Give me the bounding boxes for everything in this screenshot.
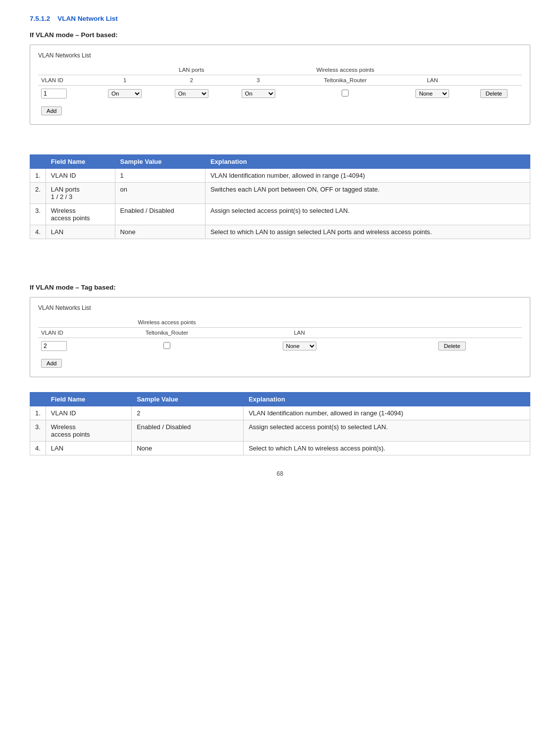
tag-based-field-row: 3. Wirelessaccess points Enabled / Disab… [30,420,530,442]
explanation: VLAN Identification number, allowed in r… [244,406,530,420]
col-sampleval-header: Sample Value [115,155,205,169]
tag-col-explanation-header: Explanation [244,393,530,406]
tag-based-box-title: VLAN Networks List [38,304,522,311]
row-num: 4. [30,225,46,239]
sample-value: None [132,442,244,455]
explanation: Select to which LAN to assign selected L… [205,225,530,239]
col-lan-header: LAN [399,75,466,86]
row-num: 2. [30,183,46,204]
tag-based-vlan-table: Wireless access points VLAN ID Teltonika… [38,317,522,370]
port-based-field-row: 3. Wirelessaccess points Enabled / Disab… [30,204,530,225]
tag-wireless-group-header: Wireless access points [117,317,216,328]
port3-select[interactable]: On Off Tagged [242,89,275,98]
col-port1-header: 1 [92,75,158,86]
field-name: VLAN ID [46,169,115,183]
tag-based-field-row: 1. VLAN ID 2 VLAN Identification number,… [30,406,530,420]
explanation: Select to which LAN to wireless access p… [244,442,530,455]
port2-select[interactable]: On Off Tagged [175,89,208,98]
delete-button[interactable]: Delete [480,89,508,98]
add-button[interactable]: Add [41,106,62,115]
tag-col-num-header [30,393,46,406]
field-name: Wirelessaccess points [46,204,115,225]
port-based-label: If VLAN mode – Port based: [30,31,530,39]
port-based-box-title: VLAN Networks List [38,52,522,59]
tag-based-data-row: None LAN Delete [38,338,522,354]
tag-based-field-table: Field Name Sample Value Explanation 1. V… [30,392,530,455]
col-port2-header: 2 [158,75,225,86]
tag-based-field-row: 4. LAN None Select to which LAN to wirel… [30,442,530,455]
sample-value: Enabled / Disabled [115,204,205,225]
col-num-header [30,155,46,169]
section-number: 7.5.1.2 [30,15,50,22]
field-name: LAN ports1 / 2 / 3 [46,183,115,204]
field-name: LAN [46,225,115,239]
tag-based-label: If VLAN mode – Tag based: [30,284,530,291]
port-based-field-row: 1. VLAN ID 1 VLAN Identification number,… [30,169,530,183]
col-vlan-id-header: VLAN ID [38,75,92,86]
tag-add-row: Add [38,354,522,370]
field-name: LAN [46,442,131,455]
port-based-data-row: On Off Tagged On Off Tagged On Off [38,86,522,102]
col-fieldname-header: Field Name [46,155,115,169]
port-based-vlan-table: LAN ports Wireless access points VLAN ID… [38,65,522,117]
tag-col-fieldname-header: Field Name [46,393,131,406]
port-based-field-row: 4. LAN None Select to which LAN to assig… [30,225,530,239]
row-num: 1. [30,169,46,183]
explanation: Assign selected access point(s) to selec… [205,204,530,225]
add-row: Add [38,101,522,117]
tag-delete-button[interactable]: Delete [438,342,465,350]
port1-select[interactable]: On Off Tagged [108,89,142,98]
explanation: Assign selected access point(s) to selec… [244,420,530,442]
row-num: 1. [30,406,46,420]
tag-add-button[interactable]: Add [41,359,62,368]
tag-col-vlan-id-header: VLAN ID [38,328,117,338]
tag-col-sampleval-header: Sample Value [132,393,244,406]
field-name: VLAN ID [46,406,131,420]
explanation: Switches each LAN port between ON, OFF o… [205,183,530,204]
col-explanation-header: Explanation [205,155,530,169]
section-heading: 7.5.1.2 VLAN Network List [30,15,530,22]
row-num: 4. [30,442,46,455]
explanation: VLAN Identification number, allowed in r… [205,169,530,183]
tag-lan-select[interactable]: None LAN [283,342,316,350]
col-teltonika-header: Teltonika_Router [292,75,399,86]
wireless-group-header: Wireless access points [292,65,399,75]
row-num: 3. [30,420,46,442]
lan-select[interactable]: None LAN [415,89,449,98]
tag-col-teltonika-header: Teltonika_Router [117,328,216,338]
sample-value: None [115,225,205,239]
tag-col-lan-header: LAN [216,328,382,338]
col-port3-header: 3 [225,75,292,86]
tag-teltonika-checkbox[interactable] [163,342,170,349]
vlan-id-input[interactable] [41,89,67,99]
tag-based-vlan-box: VLAN Networks List Wireless access point… [30,297,530,377]
page-number: 68 [30,470,530,477]
section-title: VLAN Network List [57,15,118,22]
lan-ports-group-header: LAN ports [92,65,292,75]
sample-value: 2 [132,406,244,420]
port-based-vlan-box: VLAN Networks List LAN ports Wireless ac… [30,45,530,125]
tag-vlan-id-input[interactable] [41,341,67,351]
teltonika-checkbox[interactable] [342,90,349,97]
port-based-field-table: Field Name Sample Value Explanation 1. V… [30,154,530,239]
sample-value: Enabled / Disabled [132,420,244,442]
sample-value: on [115,183,205,204]
field-name: Wirelessaccess points [46,420,131,442]
sample-value: 1 [115,169,205,183]
port-based-field-row: 2. LAN ports1 / 2 / 3 on Switches each L… [30,183,530,204]
row-num: 3. [30,204,46,225]
